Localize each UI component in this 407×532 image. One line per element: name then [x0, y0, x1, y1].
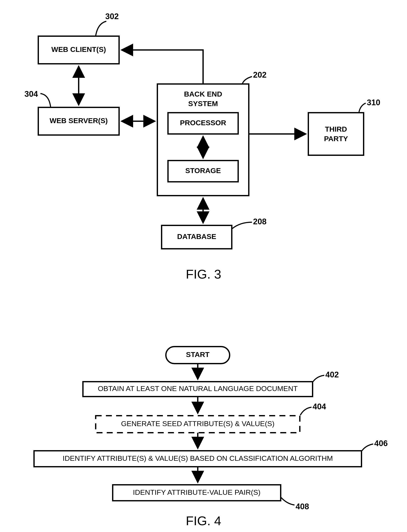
- ref-302: 302: [105, 12, 119, 21]
- step-404-label: GENERATE SEED ATTRIBUTE(S) & VALUE(S): [121, 420, 274, 428]
- step-402-label: OBTAIN AT LEAST ONE NATURAL LANGUAGE DOC…: [98, 384, 298, 392]
- leader-310: [359, 103, 366, 112]
- web-client-label: WEB CLIENT(S): [51, 45, 106, 53]
- database-label: DATABASE: [177, 232, 216, 241]
- leader-408: [281, 498, 295, 505]
- leader-406: [362, 444, 373, 451]
- leader-402: [313, 375, 324, 382]
- fig4-caption: FIG. 4: [186, 514, 221, 528]
- fig3-caption: FIG. 3: [186, 267, 221, 281]
- figure-3: WEB CLIENT(S) 302 WEB SERVER(S) 304 BACK…: [24, 12, 380, 281]
- ref-402: 402: [325, 370, 339, 379]
- storage-label: STORAGE: [185, 166, 221, 175]
- ref-310: 310: [367, 98, 380, 107]
- backend-label-line2: SYSTEM: [188, 100, 218, 108]
- step-408-label: IDENTIFY ATTRIBUTE-VALUE PAIR(S): [133, 488, 260, 496]
- ref-202: 202: [253, 70, 266, 79]
- backend-label-line1: BACK END: [184, 90, 222, 98]
- ref-408: 408: [296, 502, 309, 511]
- leader-304: [40, 94, 51, 107]
- start-label: START: [186, 350, 210, 359]
- web-server-label: WEB SERVER(S): [50, 117, 108, 125]
- leader-202: [243, 77, 252, 84]
- step-406-label: IDENTIFY ATTRIBUTE(S) & VALUE(S) BASED O…: [63, 454, 333, 462]
- ref-406: 406: [374, 439, 388, 448]
- third-party-box: [308, 113, 364, 155]
- ref-208: 208: [253, 217, 266, 226]
- arrow-backend-client: [122, 50, 203, 84]
- leader-208: [232, 222, 252, 229]
- processor-label: PROCESSOR: [180, 119, 226, 127]
- third-party-label-2: PARTY: [324, 135, 348, 143]
- ref-404: 404: [313, 402, 326, 411]
- diagram-page: WEB CLIENT(S) 302 WEB SERVER(S) 304 BACK…: [0, 0, 407, 532]
- leader-404: [300, 407, 312, 415]
- third-party-label-1: THIRD: [325, 125, 347, 133]
- ref-304: 304: [24, 90, 38, 98]
- leader-302: [96, 21, 106, 36]
- figure-4: START OBTAIN AT LEAST ONE NATURAL LANGUA…: [34, 347, 388, 528]
